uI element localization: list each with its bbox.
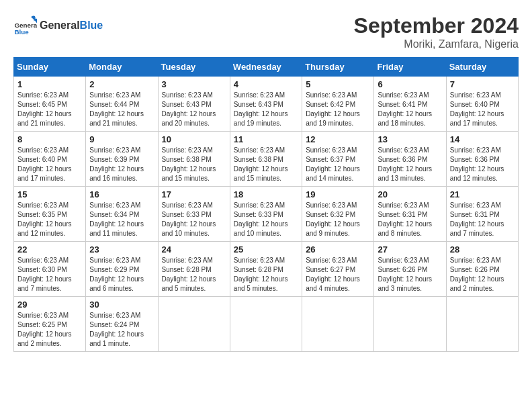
day-number: 7 xyxy=(450,79,515,89)
table-row: 20 Sunrise: 6:23 AMSunset: 6:31 PMDaylig… xyxy=(374,187,446,242)
day-info: Sunrise: 6:23 AMSunset: 6:24 PMDaylight:… xyxy=(89,312,144,347)
col-thursday: Thursday xyxy=(302,58,374,77)
day-number: 14 xyxy=(450,134,515,144)
table-row: 16 Sunrise: 6:23 AMSunset: 6:34 PMDaylig… xyxy=(86,187,158,242)
day-info: Sunrise: 6:23 AMSunset: 6:40 PMDaylight:… xyxy=(450,91,504,127)
table-row: 30 Sunrise: 6:23 AMSunset: 6:24 PMDaylig… xyxy=(86,297,158,352)
page-header: General Blue GeneralBlue September 2024 … xyxy=(13,13,519,50)
day-number: 23 xyxy=(89,244,154,255)
day-number: 11 xyxy=(234,134,298,144)
col-friday: Friday xyxy=(374,58,446,77)
table-row: 18 Sunrise: 6:23 AMSunset: 6:33 PMDaylig… xyxy=(230,187,302,242)
day-info: Sunrise: 6:23 AMSunset: 6:40 PMDaylight:… xyxy=(17,146,72,182)
table-row: 17 Sunrise: 6:23 AMSunset: 6:33 PMDaylig… xyxy=(158,187,230,242)
day-number: 1 xyxy=(17,79,82,89)
day-number: 6 xyxy=(378,79,442,89)
calendar-week-row: 29 Sunrise: 6:23 AMSunset: 6:25 PMDaylig… xyxy=(14,297,519,352)
day-number: 20 xyxy=(378,189,442,199)
col-monday: Monday xyxy=(86,58,158,77)
day-number: 16 xyxy=(89,189,154,199)
day-info: Sunrise: 6:23 AMSunset: 6:30 PMDaylight:… xyxy=(17,257,72,292)
day-number: 8 xyxy=(17,134,82,144)
table-row: 12 Sunrise: 6:23 AMSunset: 6:37 PMDaylig… xyxy=(302,132,374,187)
day-info: Sunrise: 6:23 AMSunset: 6:31 PMDaylight:… xyxy=(450,201,504,237)
table-row xyxy=(374,297,446,352)
day-info: Sunrise: 6:23 AMSunset: 6:41 PMDaylight:… xyxy=(378,91,432,127)
day-number: 15 xyxy=(17,189,82,199)
day-number: 13 xyxy=(378,134,442,144)
table-row: 8 Sunrise: 6:23 AMSunset: 6:40 PMDayligh… xyxy=(14,132,86,187)
day-info: Sunrise: 6:23 AMSunset: 6:36 PMDaylight:… xyxy=(450,146,504,182)
table-row: 13 Sunrise: 6:23 AMSunset: 6:36 PMDaylig… xyxy=(374,132,446,187)
table-row: 23 Sunrise: 6:23 AMSunset: 6:29 PMDaylig… xyxy=(86,242,158,297)
table-row: 7 Sunrise: 6:23 AMSunset: 6:40 PMDayligh… xyxy=(446,77,518,132)
logo: General Blue GeneralBlue xyxy=(13,13,103,37)
table-row xyxy=(158,297,230,352)
day-info: Sunrise: 6:23 AMSunset: 6:34 PMDaylight:… xyxy=(89,201,144,237)
day-number: 10 xyxy=(162,134,226,144)
day-info: Sunrise: 6:23 AMSunset: 6:31 PMDaylight:… xyxy=(378,201,432,237)
day-number: 17 xyxy=(162,189,226,199)
table-row: 29 Sunrise: 6:23 AMSunset: 6:25 PMDaylig… xyxy=(14,297,86,352)
calendar-table: Sunday Monday Tuesday Wednesday Thursday… xyxy=(13,57,519,352)
table-row: 5 Sunrise: 6:23 AMSunset: 6:42 PMDayligh… xyxy=(302,77,374,132)
col-sunday: Sunday xyxy=(14,58,86,77)
logo-icon: General Blue xyxy=(13,13,37,37)
day-info: Sunrise: 6:23 AMSunset: 6:38 PMDaylight:… xyxy=(234,146,288,182)
day-number: 30 xyxy=(89,300,154,310)
day-info: Sunrise: 6:23 AMSunset: 6:28 PMDaylight:… xyxy=(162,257,216,292)
day-info: Sunrise: 6:23 AMSunset: 6:36 PMDaylight:… xyxy=(378,146,432,182)
table-row: 24 Sunrise: 6:23 AMSunset: 6:28 PMDaylig… xyxy=(158,242,230,297)
calendar-week-row: 15 Sunrise: 6:23 AMSunset: 6:35 PMDaylig… xyxy=(14,187,519,242)
table-row: 27 Sunrise: 6:23 AMSunset: 6:26 PMDaylig… xyxy=(374,242,446,297)
day-info: Sunrise: 6:23 AMSunset: 6:33 PMDaylight:… xyxy=(234,201,288,237)
day-number: 25 xyxy=(234,244,298,255)
day-info: Sunrise: 6:23 AMSunset: 6:25 PMDaylight:… xyxy=(17,312,72,347)
day-number: 9 xyxy=(89,134,154,144)
table-row xyxy=(302,297,374,352)
day-number: 29 xyxy=(17,300,82,310)
day-number: 27 xyxy=(378,244,442,255)
calendar-week-row: 8 Sunrise: 6:23 AMSunset: 6:40 PMDayligh… xyxy=(14,132,519,187)
month-title: September 2024 xyxy=(354,13,519,38)
day-number: 2 xyxy=(89,79,154,89)
title-area: September 2024 Moriki, Zamfara, Nigeria xyxy=(354,13,519,50)
table-row: 4 Sunrise: 6:23 AMSunset: 6:43 PMDayligh… xyxy=(230,77,302,132)
table-row: 6 Sunrise: 6:23 AMSunset: 6:41 PMDayligh… xyxy=(374,77,446,132)
day-number: 4 xyxy=(234,79,298,89)
day-info: Sunrise: 6:23 AMSunset: 6:37 PMDaylight:… xyxy=(306,146,360,182)
day-info: Sunrise: 6:23 AMSunset: 6:26 PMDaylight:… xyxy=(450,257,504,292)
day-info: Sunrise: 6:23 AMSunset: 6:32 PMDaylight:… xyxy=(306,201,360,237)
table-row: 11 Sunrise: 6:23 AMSunset: 6:38 PMDaylig… xyxy=(230,132,302,187)
table-row xyxy=(446,297,518,352)
table-row: 21 Sunrise: 6:23 AMSunset: 6:31 PMDaylig… xyxy=(446,187,518,242)
table-row: 15 Sunrise: 6:23 AMSunset: 6:35 PMDaylig… xyxy=(14,187,86,242)
table-row: 26 Sunrise: 6:23 AMSunset: 6:27 PMDaylig… xyxy=(302,242,374,297)
day-number: 28 xyxy=(450,244,515,255)
day-info: Sunrise: 6:23 AMSunset: 6:42 PMDaylight:… xyxy=(306,91,360,127)
day-number: 18 xyxy=(234,189,298,199)
calendar-week-row: 22 Sunrise: 6:23 AMSunset: 6:30 PMDaylig… xyxy=(14,242,519,297)
day-info: Sunrise: 6:23 AMSunset: 6:43 PMDaylight:… xyxy=(162,91,216,127)
col-wednesday: Wednesday xyxy=(230,58,302,77)
day-info: Sunrise: 6:23 AMSunset: 6:45 PMDaylight:… xyxy=(17,91,72,127)
day-info: Sunrise: 6:23 AMSunset: 6:39 PMDaylight:… xyxy=(89,146,144,182)
table-row: 25 Sunrise: 6:23 AMSunset: 6:28 PMDaylig… xyxy=(230,242,302,297)
table-row xyxy=(230,297,302,352)
table-row: 10 Sunrise: 6:23 AMSunset: 6:38 PMDaylig… xyxy=(158,132,230,187)
day-number: 19 xyxy=(306,189,370,199)
table-row: 19 Sunrise: 6:23 AMSunset: 6:32 PMDaylig… xyxy=(302,187,374,242)
col-saturday: Saturday xyxy=(446,58,518,77)
table-row: 2 Sunrise: 6:23 AMSunset: 6:44 PMDayligh… xyxy=(86,77,158,132)
table-row: 14 Sunrise: 6:23 AMSunset: 6:36 PMDaylig… xyxy=(446,132,518,187)
day-info: Sunrise: 6:23 AMSunset: 6:26 PMDaylight:… xyxy=(378,257,432,292)
table-row: 3 Sunrise: 6:23 AMSunset: 6:43 PMDayligh… xyxy=(158,77,230,132)
day-info: Sunrise: 6:23 AMSunset: 6:44 PMDaylight:… xyxy=(89,91,144,127)
table-row: 9 Sunrise: 6:23 AMSunset: 6:39 PMDayligh… xyxy=(86,132,158,187)
day-info: Sunrise: 6:23 AMSunset: 6:33 PMDaylight:… xyxy=(162,201,216,237)
calendar-week-row: 1 Sunrise: 6:23 AMSunset: 6:45 PMDayligh… xyxy=(14,77,519,132)
day-info: Sunrise: 6:23 AMSunset: 6:27 PMDaylight:… xyxy=(306,257,360,292)
day-number: 22 xyxy=(17,244,82,255)
logo-blue: Blue xyxy=(80,19,103,31)
day-number: 12 xyxy=(306,134,370,144)
